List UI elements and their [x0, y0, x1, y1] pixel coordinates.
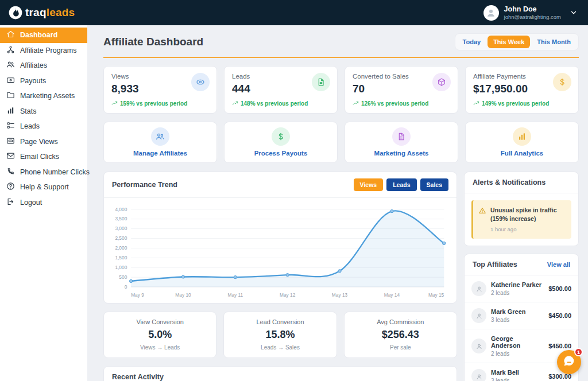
stat-change: 159% vs previous period [111, 100, 209, 107]
browser-icon [6, 137, 15, 147]
sidebar-item-label: Affiliates [20, 61, 47, 69]
conversion-row: View Conversion5.0%Views → LeadsLead Con… [103, 312, 457, 358]
affiliate-name: Katherine Parker [491, 281, 541, 288]
person-icon [471, 339, 486, 353]
flame-logo-icon [8, 5, 23, 20]
user-menu[interactable]: John Doe john@astralighting.com [483, 5, 578, 21]
affiliate-name: Mark Bell [491, 369, 519, 376]
help-icon [6, 182, 15, 192]
sidebar-item-marketing-assets[interactable]: Marketing Assets [0, 88, 87, 104]
period-button-this-week[interactable]: This Week [488, 36, 530, 48]
period-button-this-month[interactable]: This Month [531, 36, 577, 48]
sidebar-item-logout[interactable]: Logout [0, 195, 87, 211]
period-selector: TodayThis WeekThis Month [455, 33, 579, 50]
alert-text: Unusual spike in traffic (159% increase)… [490, 206, 566, 234]
chart-toggle-views[interactable]: Views [354, 178, 384, 191]
action-card-manage-affiliates[interactable]: Manage Affiliates [103, 122, 217, 163]
sidebar-item-page-views[interactable]: Page Views [0, 134, 87, 150]
bar-chart-icon [513, 127, 531, 146]
affiliate-row-mark-green: Mark Green3 leads$450.00 [465, 302, 578, 329]
alerts-list: Unusual spike in traffic (159% increase)… [465, 200, 578, 239]
conversion-card-avg-commission: Avg Commission$256.43Per sale [344, 312, 457, 358]
users-icon [151, 127, 169, 146]
performance-trend-chart: 05001,0001,5002,0002,5003,0003,5004,000M… [104, 198, 457, 303]
trend-up-icon [473, 100, 479, 107]
stat-change: 149% vs previous period [473, 100, 571, 107]
conversion-label: Avg Commission [350, 318, 451, 325]
affiliate-leads: 2 leads [491, 351, 544, 357]
trend-up-icon [232, 100, 238, 107]
sidebar-item-affiliates[interactable]: Affiliates [0, 58, 87, 73]
stats-row: Views8,933159% vs previous periodLeads44… [103, 66, 579, 114]
chat-bubble-icon [562, 354, 576, 370]
sidebar-item-leads[interactable]: Leads [0, 119, 87, 134]
sidebar-item-phone-number-clicks[interactable]: Phone Number Clicks [0, 165, 87, 180]
conversion-label: Lead Conversion [230, 318, 330, 325]
sidebar-item-stats[interactable]: Stats [0, 104, 87, 119]
phone-icon [6, 167, 15, 177]
sidebar-item-affiliate-programs[interactable]: Affiliate Programs [0, 43, 87, 59]
sidebar-item-label: Affiliate Programs [20, 46, 76, 55]
person-icon [471, 281, 486, 296]
chart-toggle-leads[interactable]: Leads [386, 178, 416, 191]
recent-activity-title: Recent Activity [112, 373, 164, 381]
alert-item: Unusual spike in traffic (159% increase)… [471, 200, 571, 239]
svg-text:2,000: 2,000 [115, 245, 127, 251]
sidebar-item-payouts[interactable]: Payouts [0, 73, 87, 89]
svg-text:May 14: May 14 [384, 292, 400, 298]
svg-text:4,000: 4,000 [115, 207, 127, 212]
action-card-process-payouts[interactable]: Process Payouts [224, 122, 338, 163]
brand-logo[interactable]: traqleads [8, 5, 75, 20]
affiliate-leads: 2 leads [491, 290, 541, 296]
action-label: Marketing Assets [374, 150, 429, 157]
action-card-full-analytics[interactable]: Full Analytics [465, 122, 579, 163]
page-title: Affiliate Dashboard [103, 36, 203, 48]
list-icon [6, 121, 15, 131]
action-card-marketing-assets[interactable]: Marketing Assets [345, 122, 458, 163]
chat-widget-button[interactable]: 1 [557, 350, 581, 374]
user-name: John Doe [504, 5, 561, 14]
brand-name: traqleads [25, 6, 75, 19]
trend-up-icon [353, 100, 359, 107]
users-icon [6, 60, 15, 71]
user-avatar [483, 5, 499, 21]
trend-line-svg: 05001,0001,5002,0002,5003,0003,5004,000M… [106, 203, 451, 302]
svg-text:3,000: 3,000 [115, 226, 127, 231]
stat-change: 126% vs previous period [353, 100, 450, 107]
sidebar-item-label: Marketing Assets [20, 92, 75, 100]
main-content: Affiliate Dashboard TodayThis WeekThis M… [87, 25, 588, 381]
org-icon [6, 45, 15, 56]
chat-unread-badge: 1 [574, 348, 583, 356]
svg-text:500: 500 [119, 274, 127, 280]
chart-series-toggles: ViewsLeadsSales [354, 178, 448, 191]
quick-actions-row: Manage AffiliatesProcess PayoutsMarketin… [103, 122, 579, 163]
sidebar-item-label: Phone Number Clicks [20, 168, 90, 176]
period-button-today[interactable]: Today [457, 36, 487, 48]
sidebar-item-email-clicks[interactable]: Email Clicks [0, 149, 87, 165]
affiliate-amount: $450.00 [548, 343, 571, 349]
file-icon [312, 73, 330, 91]
conversion-sub: Views → Leads [110, 344, 210, 351]
svg-text:May 9: May 9 [131, 292, 144, 298]
affiliate-amount: $300.00 [548, 373, 571, 380]
trend-up-icon [111, 100, 118, 107]
sidebar-item-label: Email Clicks [20, 153, 59, 161]
svg-text:2,500: 2,500 [115, 235, 127, 241]
topbar: traqleads John Doe john@astralighting.co… [0, 0, 588, 25]
svg-text:May 12: May 12 [280, 292, 296, 298]
folder-icon [6, 91, 15, 101]
sidebar-item-label: Leads [20, 122, 40, 130]
person-icon [471, 308, 486, 323]
person-icon [471, 369, 486, 381]
affiliate-name: Mark Green [491, 308, 526, 315]
sidebar-item-dashboard[interactable]: Dashboard [0, 28, 87, 43]
view-all-link[interactable]: View all [547, 261, 570, 268]
action-label: Full Analytics [501, 150, 543, 157]
sidebar: DashboardAffiliate ProgramsAffiliatesPay… [0, 25, 87, 381]
chart-toggle-sales[interactable]: Sales [420, 178, 448, 191]
sidebar-item-help-support[interactable]: Help & Support [0, 180, 87, 195]
user-email: john@astralighting.com [504, 14, 561, 20]
card-icon [6, 76, 15, 86]
alerts-title: Alerts & Notifications [473, 178, 546, 186]
action-label: Process Payouts [254, 150, 308, 157]
